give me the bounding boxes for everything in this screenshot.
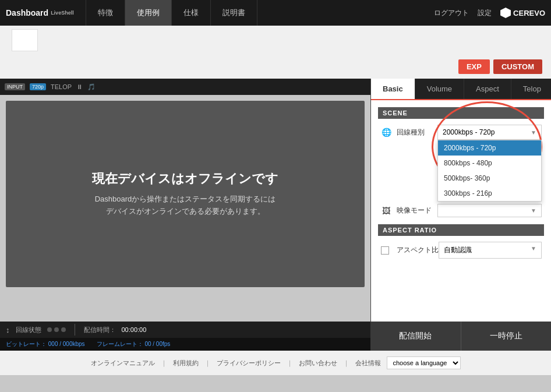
stream-time-value: 00:00:00 (122, 326, 147, 333)
custom-button[interactable]: CUSTOM (493, 59, 542, 74)
video-panel: INPUT 720p TELOP ⏸ 🎵 現在デバイスはオフラインです Dash… (0, 79, 370, 322)
action-buttons-section: 配信開始 一時停止 (370, 322, 551, 351)
framerate-label: フレームレート： (97, 341, 143, 347)
video-screen: 現在デバイスはオフラインです Dashboardから操作またはステータスを同期す… (6, 101, 365, 287)
settings-tabs: Basic Volume Aspect Telop (371, 79, 551, 100)
connection-label: 回線種別 (397, 128, 437, 137)
main-content: INPUT 720p TELOP ⏸ 🎵 現在デバイスはオフラインです Dash… (0, 79, 551, 322)
scene-header: SCENE (378, 107, 544, 119)
connection-row: 🌐 回線種別 2000kbps - 720p ▼ 2000kbps - 720p… (378, 125, 544, 140)
aspect-ratio-label: アスペクト比 (397, 245, 439, 255)
sub-header (0, 26, 551, 55)
signal-icon: ↕ (6, 326, 10, 334)
connection-dropdown-options: 2000kbps - 720p 800kbps - 480p 500kbps- … (437, 140, 542, 202)
cerevo-logo: CEREVO (500, 8, 545, 18)
footer-privacy-link[interactable]: プライバシーポリシー (217, 359, 281, 368)
tab-telop[interactable]: Telop (511, 79, 551, 99)
language-select[interactable]: choose a language (387, 356, 461, 369)
connection-selected-value: 2000kbps - 720p (443, 128, 495, 136)
right-panel: Basic Volume Aspect Telop SCENE 🌐 回線種別 2… (370, 79, 551, 322)
framerate-value: 00 (144, 341, 151, 347)
video-mode-row: 🖼 映像モード ▼ (378, 204, 544, 217)
tab-specs[interactable]: 仕様 (172, 0, 211, 26)
tab-volume[interactable]: Volume (415, 79, 464, 99)
logout-link[interactable]: ログアウト (434, 8, 469, 18)
resolution-badge: 720p (30, 83, 46, 90)
top-buttons-bar: EXP CUSTOM (0, 55, 551, 79)
footer-manual-link[interactable]: オンラインマニュアル (91, 359, 155, 368)
audio-icon: 🎵 (87, 83, 96, 91)
sep-3: ｜ (287, 359, 293, 368)
aspect-ratio-value: 自動認識 (444, 245, 472, 255)
cerevo-icon (500, 8, 511, 18)
offline-title: 現在デバイスはオフラインです (92, 170, 278, 188)
image-icon: 🖼 (380, 205, 392, 217)
dot-3 (61, 327, 66, 332)
nav-logo: Dashboard LiveShell (6, 8, 74, 17)
footer-terms-link[interactable]: 利用規約 (173, 359, 199, 368)
logo-sub: LiveShell (51, 10, 74, 16)
time-separator (75, 324, 75, 336)
brand-name: CEREVO (513, 9, 545, 17)
tab-manual[interactable]: 説明書 (211, 0, 257, 26)
tab-basic[interactable]: Basic (371, 79, 415, 99)
logo-box (12, 29, 38, 51)
aspect-section: ASPECT RATIO アスペクト比 自動認識 ▼ (378, 224, 544, 259)
aspect-ratio-dropdown[interactable]: 自動認識 ▼ (439, 242, 542, 259)
nav-tabs: 特徴 使用例 仕様 説明書 (86, 0, 434, 26)
bitrate-value: 000 (48, 341, 58, 347)
footer-company-link[interactable]: 会社情報 (355, 359, 381, 368)
aspect-ratio-row: アスペクト比 自動認識 ▼ (378, 242, 544, 259)
video-status-section: ↕ 回線状態 配信時間： 00:00:00 ビットレート： 000 / 000k… (0, 322, 370, 351)
pause-button[interactable]: 一時停止 (461, 322, 552, 351)
sep-2: ｜ (204, 359, 211, 368)
footer: オンラインマニュアル ｜ 利用規約 ｜ プライバシーポリシー ｜ お問い合わせ … (0, 351, 551, 375)
action-row: ↕ 回線状態 配信時間： 00:00:00 ビットレート： 000 / 000k… (0, 322, 551, 351)
video-toolbar: INPUT 720p TELOP ⏸ 🎵 (0, 79, 370, 95)
connection-dropdown-wrapper[interactable]: 2000kbps - 720p ▼ 2000kbps - 720p 800kbp… (437, 125, 542, 140)
option-300kbps[interactable]: 300kbps - 216p (438, 186, 541, 201)
sep-4: ｜ (343, 359, 349, 368)
tab-features[interactable]: 特徴 (86, 0, 125, 26)
status-bar: ↕ 回線状態 配信時間： 00:00:00 (0, 322, 370, 338)
offline-desc-1: Dashboardから操作またはステータスを同期するには (95, 193, 276, 206)
checkbox-icon (380, 245, 392, 256)
bitrate-unit: / 000kbps (59, 341, 84, 347)
sep-1: ｜ (161, 359, 167, 368)
connection-status-label: 回線状態 (16, 326, 41, 334)
connection-selected[interactable]: 2000kbps - 720p ▼ (437, 125, 542, 140)
option-500kbps[interactable]: 500kbps- 360p (438, 171, 541, 186)
nav-right: ログアウト 設定 CEREVO (434, 8, 545, 18)
telop-icon: TELOP (51, 83, 72, 90)
framerate-unit: / 00fps (153, 341, 170, 347)
framerate-metric: フレームレート： 00 / 00fps (97, 340, 171, 348)
video-mode-arrow-icon: ▼ (531, 207, 536, 214)
bitrate-label: ビットレート： (6, 341, 47, 347)
bitrate-metric: ビットレート： 000 / 000kbps (6, 340, 85, 348)
connection-control: 2000kbps - 720p ▼ 2000kbps - 720p 800kbp… (437, 125, 542, 140)
dropdown-chevron-icon: ▼ (531, 129, 536, 136)
aspect-ratio-selected[interactable]: 自動認識 ▼ (439, 242, 542, 259)
video-mode-label: 映像モード (397, 206, 437, 216)
globe-icon: 🌐 (380, 126, 392, 138)
dot-1 (47, 327, 52, 332)
video-mode-selected[interactable]: ▼ (437, 204, 542, 217)
exp-button[interactable]: EXP (458, 59, 490, 74)
video-mode-dropdown[interactable]: ▼ (437, 204, 542, 217)
settings-link[interactable]: 設定 (478, 8, 492, 18)
tab-aspect[interactable]: Aspect (464, 79, 511, 99)
footer-contact-link[interactable]: お問い合わせ (299, 359, 337, 368)
settings-panel: SCENE 🌐 回線種別 2000kbps - 720p ▼ 200 (371, 100, 551, 322)
status-dots (47, 327, 66, 332)
aspect-ratio-control: 自動認識 ▼ (439, 242, 542, 259)
logo-text: Dashboard (6, 8, 48, 17)
aspect-ratio-header: ASPECT RATIO (378, 224, 544, 236)
option-800kbps[interactable]: 800kbps - 480p (438, 156, 541, 171)
input-badge: INPUT (5, 83, 25, 90)
tab-usage[interactable]: 使用例 (125, 0, 172, 26)
option-2000kbps[interactable]: 2000kbps - 720p (438, 140, 541, 156)
offline-desc-2: デバイスがオンラインである必要があります。 (106, 206, 265, 218)
stream-time-label: 配信時間： (84, 326, 116, 334)
dot-2 (54, 327, 59, 332)
stream-start-button[interactable]: 配信開始 (370, 322, 461, 351)
